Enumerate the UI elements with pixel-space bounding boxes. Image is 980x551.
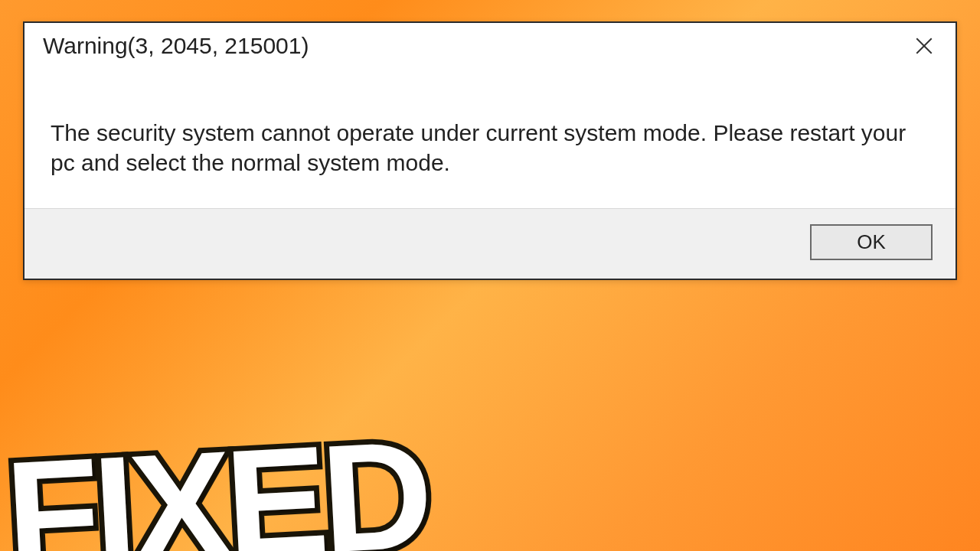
dialog-message: The security system cannot operate under… [51,118,929,178]
dialog-titlebar: Warning(3, 2045, 215001) [24,23,956,64]
close-button[interactable] [906,31,942,61]
dialog-body: The security system cannot operate under… [24,64,956,208]
close-icon [914,36,934,56]
fixed-overlay-text: FIXED [2,418,430,551]
ok-button[interactable]: OK [810,224,933,260]
dialog-title: Warning(3, 2045, 215001) [43,33,309,59]
dialog-footer: OK [24,208,956,279]
warning-dialog: Warning(3, 2045, 215001) The security sy… [23,21,957,280]
